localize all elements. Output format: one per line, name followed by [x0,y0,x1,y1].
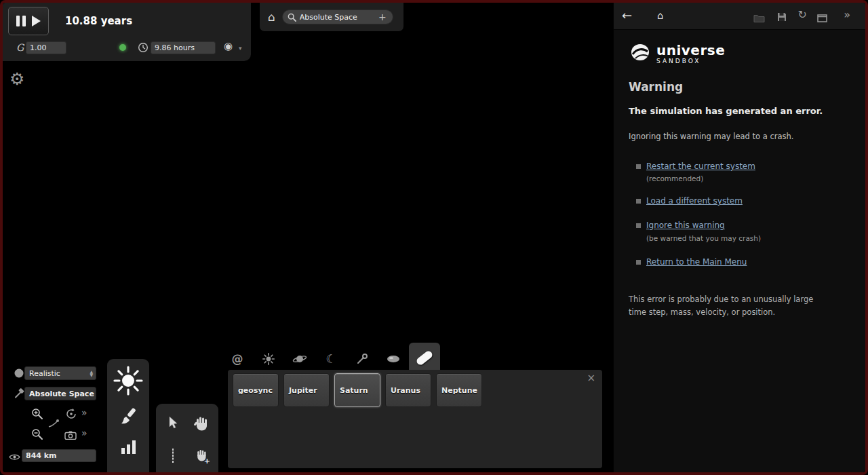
add-icon[interactable]: + [378,12,387,22]
pan-hand-icon[interactable] [194,415,209,434]
focus-input[interactable] [300,13,378,22]
galaxy-icon: @ [232,352,243,366]
bullet-icon [636,199,641,204]
tab-planet[interactable] [284,345,315,373]
focus-bar: ⌂ + [260,3,403,31]
asteroid-icon [386,354,401,364]
bullet-icon [636,260,641,265]
star-tool-icon[interactable] [113,366,143,398]
tab-tools[interactable] [347,345,378,373]
error-footer: This error is probably due to an unusual… [629,293,813,319]
render-mode-select[interactable]: Realistic ▲▼ [24,366,96,380]
fast-forward-icon[interactable]: » [81,407,87,418]
select-cursor-icon[interactable] [167,416,178,432]
ignore-warning-link[interactable]: Ignore this warning [646,221,725,230]
gravity-label: G [16,42,24,53]
logo-wordmark: universe [656,43,725,57]
tab-asteroid[interactable] [378,345,409,373]
focus-search-box[interactable]: + [282,10,393,24]
simulate-palette [107,359,149,475]
settings-gear-icon[interactable]: ⚙ [9,69,24,89]
time-control-panel: 10.88 years G ◉ ▾ [3,3,251,61]
info-panel: ← ⌂ ↻ » universe SANDBOX Warning Th [613,3,865,472]
error-footer-line1: This error is probably due to an unusual… [629,293,813,306]
simulation-running-indicator [119,44,126,51]
playback-controls [8,7,49,35]
ringed-planet-icon [292,353,307,365]
info-nav-bar: ← ⌂ ↻ » [614,3,865,30]
render-mode-icon [14,368,24,381]
expand-chevrons-icon[interactable]: » [844,8,850,21]
app-window: 10.88 years G ◉ ▾ ⚙ ⌂ + Realistic ▲▼ [0,0,868,475]
home-icon[interactable]: ⌂ [657,10,664,22]
eye-icon [9,451,20,463]
zoom-out-icon[interactable] [31,428,43,443]
camera-tilt-icon[interactable] [47,418,60,431]
play-button[interactable] [32,16,41,26]
window-icon[interactable] [817,12,827,25]
home-icon[interactable]: ⌂ [268,10,275,24]
bullet-icon [636,223,641,228]
bullet-icon [636,164,641,169]
option-ignore: Ignore this warning [636,221,725,230]
wrench-icon [14,388,24,402]
option-restart: Restart the current system [636,162,755,171]
reference-frame-value: Absolute Space [25,390,94,398]
orbit-rotate-icon[interactable] [65,408,77,423]
star-icon [262,353,275,365]
fast-forward-icon[interactable]: » [81,428,87,438]
tab-moon[interactable]: ☾ [315,345,347,373]
tools-icon [355,352,369,366]
reference-frame-field[interactable]: Absolute Space [24,387,96,400]
object-button-uranus[interactable]: Uranus [385,373,431,407]
grab-add-icon[interactable]: + [195,448,208,464]
object-button-jupiter[interactable]: Jupiter [283,373,330,407]
error-heading: The simulation has generated an error. [629,106,823,116]
logo-subtitle: SANDBOX [656,58,725,64]
folder-icon[interactable] [753,12,765,25]
option-main-menu: Return to the Main Menu [636,257,747,267]
chart-tool-icon[interactable] [121,440,136,454]
object-button-row: geosync Jupiter Saturn Uranus Neptune [233,373,482,407]
gravity-input[interactable] [26,41,66,54]
target-icon[interactable]: ◉ [224,40,233,52]
object-button-neptune[interactable]: Neptune [436,373,482,407]
object-button-geosync[interactable]: geosync [233,373,279,407]
tab-star[interactable] [253,345,284,373]
restart-note: (recommended) [646,174,703,183]
zoom-in-icon[interactable] [31,408,43,423]
search-icon [288,13,296,22]
close-icon[interactable]: × [587,372,595,384]
warning-title: Warning [629,80,683,94]
render-mode-value: Realistic [25,369,90,378]
back-icon[interactable]: ← [622,8,632,22]
error-footer-line2: time step, mass, velocity, or position. [629,306,813,319]
load-system-link[interactable]: Load a different system [646,196,743,206]
error-subtext: Ignoring this warning may lead to a cras… [629,132,793,141]
elapsed-time: 10.88 years [65,15,132,27]
marquee-select-icon[interactable] [172,449,174,462]
pause-button[interactable] [16,16,26,26]
clock-icon [138,42,149,56]
refresh-icon[interactable]: ↻ [798,8,807,21]
object-button-saturn[interactable]: Saturn [334,373,380,407]
object-picker-panel: × geosync Jupiter Saturn Uranus Neptune [228,370,602,468]
tab-galaxy[interactable]: @ [222,345,253,373]
camera-icon[interactable] [64,430,77,442]
caret-down-icon[interactable]: ▾ [239,45,242,52]
view-scale-input[interactable] [22,449,96,462]
restart-system-link[interactable]: Restart the current system [646,162,755,171]
logo-swirl-icon [629,41,652,66]
save-icon[interactable] [777,12,787,24]
time-step-input[interactable] [151,41,216,54]
capsule-icon [415,349,433,366]
paint-brush-icon[interactable] [118,406,138,430]
spinner-icon[interactable]: ▲▼ [90,370,93,377]
universe-sandbox-logo: universe SANDBOX [629,41,725,66]
option-load: Load a different system [636,196,743,206]
main-menu-link[interactable]: Return to the Main Menu [646,257,747,267]
pointer-palette: + [156,404,218,475]
tab-objects-active[interactable] [409,343,440,373]
moon-icon: ☾ [326,352,336,366]
object-tab-strip: @ ☾ [222,343,440,373]
